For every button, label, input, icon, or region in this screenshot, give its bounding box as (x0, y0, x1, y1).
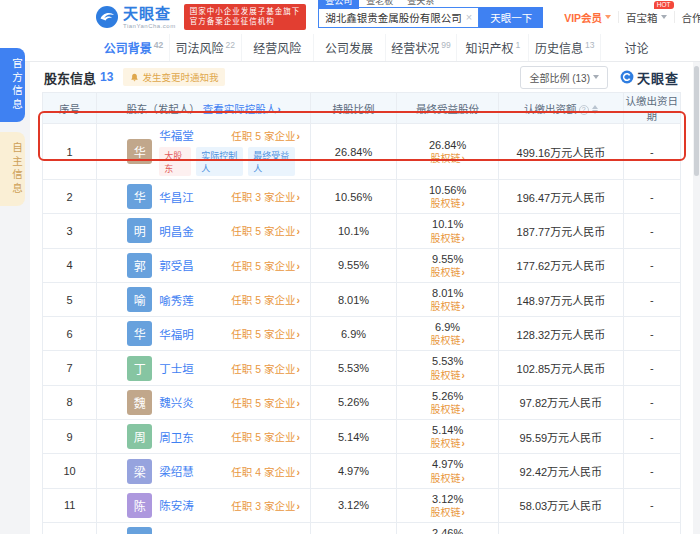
benefit-value: 2.46% (399, 526, 496, 534)
scrollbar-thumb[interactable] (694, 66, 699, 176)
notify-change-button[interactable]: 发生变更时通知我 (123, 68, 225, 86)
shareholder-name-link[interactable]: 陈安涛 (159, 497, 194, 513)
benefit-value: 5.14% (399, 423, 496, 437)
top-menu: VIP会员 HOT 百宝箱 合作通道 消息中心16 又又又又... (557, 10, 700, 25)
equity-chain-link[interactable]: 股权链› (399, 152, 496, 165)
capital-date-value: - (623, 385, 680, 419)
nav-tab-count: 13 (585, 40, 594, 50)
nav-tab[interactable]: 知识产权 1 (456, 34, 528, 61)
equity-chain-link[interactable]: 股权链› (399, 197, 496, 210)
chevron-down-icon (661, 15, 667, 19)
nav-tab[interactable]: 公司背景 42 (98, 34, 169, 61)
tianyancha-logo[interactable]: 天眼查 TianYanCha.com (95, 5, 176, 29)
shareholder-row: 8 魏 魏兴炎 任职 5 家企业› (43, 385, 681, 419)
nav-tab[interactable]: 历史信息 13 (528, 34, 600, 61)
positions-link[interactable]: 任职 5 家企业› (231, 292, 300, 307)
col-shareholder-header: 股东（发起人） 查看实际控股人› (97, 93, 311, 124)
benefit-value: 10.56% (399, 183, 496, 197)
equity-chain-link[interactable]: 股权链› (399, 369, 496, 382)
positions-link[interactable]: 任职 5 家企业› (231, 326, 300, 341)
row-index: 2 (43, 180, 97, 214)
shareholder-row: 6 华 华福明 任职 5 家企业› (43, 317, 681, 351)
capital-value: 128.32万元人民币 (499, 317, 623, 351)
equity-chain-link[interactable]: 股权链› (399, 506, 496, 519)
row-index: 12 (43, 522, 97, 534)
positions-link[interactable]: 任职 4 家企业› (231, 464, 300, 479)
avatar: 郭 (127, 253, 152, 278)
shareholder-name-link[interactable]: 华福明 (159, 326, 194, 342)
toolbox-menu-item[interactable]: HOT 百宝箱 (619, 10, 674, 25)
brand-name: 天眼查 (123, 6, 176, 21)
search-button[interactable]: 天眼一下 (479, 7, 543, 28)
nav-tab[interactable]: 经营状况 99 (385, 34, 457, 61)
ratio-value: 5.14% (310, 420, 396, 454)
positions-link[interactable]: 任职 5 家企业› (231, 128, 300, 143)
nav-tab[interactable]: 经营风险 (241, 34, 313, 61)
info-icon[interactable]: ? (579, 105, 589, 115)
equity-chain-link[interactable]: 股权链› (399, 403, 496, 416)
watermark: 天眼查 (620, 68, 679, 87)
search-tab[interactable]: 查老板 (359, 0, 400, 9)
equity-chain-link[interactable]: 股权链› (399, 334, 496, 347)
shareholder-name-link[interactable]: 周卫东 (159, 429, 194, 445)
avatar: 周 (127, 424, 152, 449)
nav-tab-count: 22 (226, 40, 235, 50)
avatar: 魏 (127, 390, 152, 415)
sort-icon[interactable] (592, 105, 598, 114)
capital-date-value: - (623, 420, 680, 454)
clear-icon[interactable]: × (466, 11, 472, 23)
capital-value: 187.77万元人民币 (499, 214, 623, 248)
capital-value: 148.97万元人民币 (499, 282, 623, 316)
side-tab-official-info[interactable]: 官方信息 (0, 48, 25, 122)
cooperation-menu-item[interactable]: 合作通道 (675, 10, 700, 25)
positions-link[interactable]: 任职 5 家企业› (231, 429, 300, 444)
ratio-filter-dropdown[interactable]: 全部比例 (13) (520, 66, 608, 89)
shareholder-name-link[interactable]: 喻秀莲 (159, 292, 194, 308)
shareholder-row: 9 周 周卫东 任职 5 家企业› (43, 420, 681, 454)
capital-value: 102.85万元人民币 (499, 351, 623, 385)
benefit-value: 5.26% (399, 389, 496, 403)
positions-link[interactable]: 任职 3 家企业› (231, 498, 300, 513)
shareholder-name-link[interactable]: 魏兴炎 (159, 394, 194, 410)
shareholder-name-link[interactable]: 郭受昌 (159, 257, 194, 273)
shareholder-name-link[interactable]: 华福堂 (159, 127, 194, 143)
col-seq-header: 序号 (43, 93, 97, 124)
positions-link[interactable]: 任职 3 家企业› (231, 189, 300, 204)
equity-chain-link[interactable]: 股权链› (399, 472, 496, 485)
positions-link[interactable]: 任职 5 家企业› (231, 361, 300, 376)
capital-value: 177.62万元人民币 (499, 248, 623, 282)
vip-menu-item[interactable]: VIP会员 (557, 10, 618, 25)
search-block: 查公司 查老板 查关系 湖北鑫银贵金属股份有限公司 × 天眼一下 (318, 7, 543, 28)
shareholder-row: 4 郭 郭受昌 任职 5 家企业› (43, 248, 681, 282)
shareholder-name-link[interactable]: 华昌江 (159, 189, 194, 205)
scrollbar[interactable] (693, 62, 700, 534)
search-tab[interactable]: 查关系 (400, 0, 441, 9)
benefit-value: 26.84% (399, 138, 496, 152)
positions-link[interactable]: 任职 5 家企业› (231, 258, 300, 273)
equity-chain-link[interactable]: 股权链› (399, 437, 496, 450)
view-actual-controller-link[interactable]: 查看实际控股人› (203, 103, 281, 115)
shareholder-row: 10 梁 梁绍慧 任职 4 家企业› (43, 454, 681, 488)
capital-date-value: - (623, 282, 680, 316)
nav-tab-label: 经营风险 (253, 39, 301, 56)
nav-tab[interactable]: 公司发展 (313, 34, 385, 61)
positions-link[interactable]: 任职 5 家企业› (231, 223, 300, 238)
search-input[interactable]: 湖北鑫银贵金属股份有限公司 × (318, 7, 479, 28)
nav-tab[interactable]: 司法风险 22 (169, 34, 241, 61)
shareholder-name-link[interactable]: 明昌金 (159, 223, 194, 239)
equity-chain-link[interactable]: 股权链› (399, 300, 496, 313)
shareholder-row: 7 丁 丁士垣 任职 5 家企业› (43, 351, 681, 385)
nav-tab[interactable]: 讨论 (600, 34, 672, 61)
tianyancha-logo-icon (95, 5, 119, 29)
side-tab-self-info[interactable]: 自主信息 (0, 132, 25, 206)
equity-chain-link[interactable]: 股权链› (399, 232, 496, 245)
shareholder-name-link[interactable]: 梁绍慧 (159, 463, 194, 479)
equity-chain-link[interactable]: 股权链› (399, 266, 496, 279)
shareholder-name-link[interactable]: 丁士垣 (159, 360, 194, 376)
benefit-value: 4.97% (399, 457, 496, 471)
positions-link[interactable]: 任职 5 家企业› (231, 395, 300, 410)
ratio-value: 3.12% (310, 488, 396, 522)
search-value: 湖北鑫银贵金属股份有限公司 (325, 10, 462, 25)
search-tab[interactable]: 查公司 (318, 0, 359, 9)
shareholder-row: 1 华 华福堂 任职 5 家企业› 大股东实际控制人最终受益人 (43, 124, 681, 180)
